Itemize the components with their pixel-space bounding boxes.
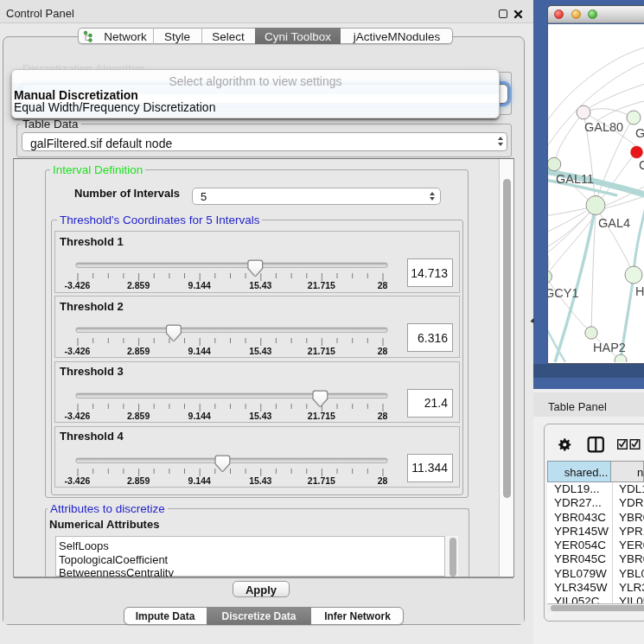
svg-text:HAP2: HAP2: [593, 341, 626, 354]
svg-text:G.: G.: [635, 126, 644, 140]
svg-text:GAL4: GAL4: [598, 216, 630, 230]
svg-text:GAL80: GAL80: [584, 120, 623, 134]
svg-text:C: C: [639, 158, 644, 172]
svg-text:GCY1: GCY1: [548, 286, 579, 300]
svg-text:H: H: [635, 284, 644, 298]
svg-text:GAL11: GAL11: [556, 172, 594, 186]
